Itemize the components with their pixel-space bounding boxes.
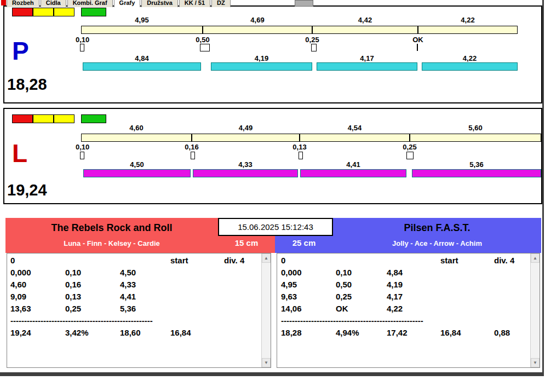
- scroll-down-button[interactable]: ▼: [262, 358, 271, 367]
- status-light-green: [81, 114, 106, 123]
- scroll-up-button[interactable]: ▲: [531, 253, 540, 263]
- leg-time-label: 5,36: [412, 160, 541, 169]
- result-cell: 0,000: [10, 268, 31, 277]
- result-cell: 0,16: [65, 280, 81, 289]
- result-cell: 4,22: [387, 304, 403, 313]
- result-cell: 4,84: [387, 268, 403, 277]
- status-light-red: [12, 114, 33, 123]
- lane-l-total-time: 19,24: [7, 182, 47, 198]
- vertical-scrollbar[interactable]: ▲ ▼: [530, 253, 540, 367]
- split-bar-segment: [192, 134, 300, 142]
- result-cell: 4,94%: [336, 328, 359, 337]
- result-cell: 16,84: [170, 328, 191, 337]
- result-cell: 4,50: [120, 268, 136, 277]
- tab-cidla[interactable]: Cidla: [41, 0, 66, 7]
- lane-p-total-time: 18,28: [7, 77, 47, 93]
- results-left-text: 0startdiv. 40,0000,104,504,600,164,339,0…: [7, 256, 261, 367]
- result-cell: 4,95: [281, 280, 297, 289]
- leg-time-label: 4,22: [422, 54, 518, 62]
- change-time-label: 0,10: [76, 143, 114, 151]
- leg-time-label: 4,84: [83, 54, 201, 62]
- result-cell: ----------------------------------------…: [10, 316, 153, 325]
- window-corner-decoration: [1, 0, 6, 5]
- result-cell: 0,000: [281, 268, 302, 277]
- tab-grafy[interactable]: Grafy: [114, 0, 141, 7]
- scroll-down-button[interactable]: ▼: [531, 358, 540, 367]
- change-marker: [80, 152, 84, 159]
- leg-bar: [211, 62, 312, 71]
- status-light-yellow-1: [33, 8, 54, 16]
- window-border-right: [542, 0, 544, 376]
- change-time-label: 0,13: [283, 143, 316, 151]
- result-row: 14,06OK4,22: [277, 304, 530, 316]
- status-light-yellow-2: [54, 114, 74, 123]
- status-light-green: [81, 8, 106, 16]
- result-cell: 4,41: [120, 292, 136, 301]
- tab-kombi-graf[interactable]: Kombi. Graf: [67, 0, 113, 7]
- leg-bar: [300, 169, 406, 177]
- result-row: 13,630,255,36: [7, 304, 261, 316]
- split-bar-segment: [418, 26, 518, 34]
- team-left-name: The Rebels Rock and Roll: [5, 222, 218, 234]
- leg-bar: [317, 62, 417, 71]
- leg-time-label: 4,19: [211, 54, 312, 62]
- lane-p-panel: P 18,28 4,954,694,424,220,100,500,25OK4,…: [3, 5, 542, 103]
- status-light-red: [12, 8, 33, 16]
- lane-letter-l: L: [12, 141, 27, 166]
- result-row: 0,0000,104,50: [7, 268, 261, 280]
- result-cell: 9,09: [10, 292, 26, 301]
- change-time-label: 0,16: [175, 143, 208, 151]
- team-right-members: Jolly - Ace - Arrow - Achim: [333, 239, 541, 247]
- result-cell: ----------------------------------------…: [281, 316, 423, 325]
- change-time-label: 0,50: [186, 36, 219, 44]
- tab-dz[interactable]: DZ: [211, 0, 231, 7]
- result-cell: 18,28: [281, 328, 302, 337]
- result-row: 0startdiv. 4: [277, 256, 530, 268]
- result-row: 4,950,504,19: [277, 280, 530, 292]
- results-right-pane: 0startdiv. 40,0000,104,844,950,504,199,6…: [277, 253, 540, 368]
- result-cell: 0,25: [336, 292, 352, 301]
- change-time-label: 0,25: [393, 143, 426, 151]
- vertical-scrollbar[interactable]: ▲ ▼: [261, 253, 271, 367]
- change-time-label: 0,10: [76, 36, 114, 44]
- result-cell: 0: [281, 256, 285, 265]
- leg-bar: [412, 169, 541, 177]
- result-cell: 4,19: [387, 280, 403, 289]
- split-bar-segment: [81, 134, 192, 142]
- result-cell: 18,60: [120, 328, 141, 337]
- result-cell: 0,50: [336, 280, 352, 289]
- leg-bar: [193, 169, 298, 177]
- tab-rozbeh[interactable]: Rozbeh: [7, 0, 39, 7]
- split-time-label: 4,69: [203, 16, 312, 24]
- split-time-label: 4,60: [81, 124, 192, 132]
- tab-dru-stva[interactable]: Družstva: [141, 0, 177, 7]
- scroll-up-icon: ▲: [533, 256, 537, 261]
- leg-time-label: 4,33: [193, 160, 298, 169]
- result-cell: 4,17: [387, 292, 403, 301]
- result-cell: 0,10: [65, 268, 81, 277]
- results-section: The Rebels Rock and Roll Luna - Finn - K…: [5, 218, 541, 371]
- result-cell: 4,60: [10, 280, 26, 289]
- result-cell: 13,63: [10, 304, 31, 313]
- split-time-label: 4,22: [418, 16, 518, 24]
- change-marker: [80, 44, 84, 51]
- split-bar-segment: [203, 26, 312, 34]
- leg-time-label: 4,50: [83, 160, 191, 169]
- scroll-down-icon: ▼: [533, 360, 537, 365]
- tab-kk-51[interactable]: KK / 51: [179, 0, 210, 7]
- category-left: 15 cm: [218, 238, 275, 247]
- team-right-name: Pilsen F.A.S.T.: [333, 222, 541, 234]
- change-marker: [200, 44, 210, 51]
- split-time-label: 4,95: [81, 16, 203, 24]
- result-cell: 0,88: [494, 328, 510, 337]
- change-marker: [417, 44, 418, 51]
- result-cell: 19,24: [10, 328, 31, 337]
- result-cell: 0,10: [336, 268, 352, 277]
- leg-bar: [83, 169, 191, 177]
- top-scrollbar-fragment[interactable]: [295, 0, 313, 7]
- scroll-up-button[interactable]: ▲: [262, 253, 271, 263]
- split-bar-segment: [312, 26, 418, 34]
- leg-time-label: 4,17: [317, 54, 417, 62]
- datetime-display: 15.06.2025 15:12:43: [218, 218, 333, 236]
- split-bar-segment: [81, 26, 203, 34]
